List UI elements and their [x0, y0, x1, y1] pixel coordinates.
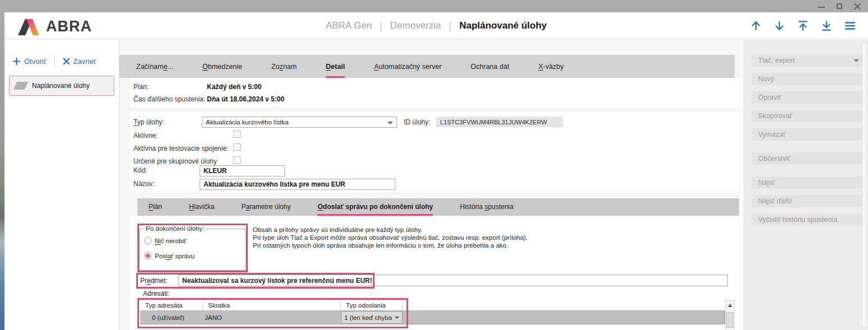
- arrow-to-bottom-icon[interactable]: [820, 19, 833, 32]
- column-header-skratka: Skratka: [203, 300, 341, 311]
- active-checkbox[interactable]: [233, 131, 241, 138]
- radio-do-nothing[interactable]: Nič nerobiť: [144, 237, 241, 244]
- table-scrollbar[interactable]: [725, 300, 735, 330]
- page-title: Naplánované úlohy: [459, 20, 547, 31]
- task-type-label: Typ úlohy:: [133, 118, 164, 126]
- arrow-to-top-icon[interactable]: [796, 19, 810, 32]
- copy-button[interactable]: Skopírovať: [752, 110, 864, 122]
- column-header-typ-adresata: Typ adresáta: [140, 300, 203, 311]
- close-tab-button[interactable]: Zavrieť: [61, 55, 99, 68]
- minimize-icon[interactable]: [818, 2, 825, 10]
- menu-icon[interactable]: [843, 19, 857, 32]
- radio-send-message[interactable]: Poslať správu: [144, 252, 241, 259]
- clear-history-button[interactable]: Vyčistiť históriu spustenia: [752, 213, 864, 226]
- cell-code: JANO: [203, 311, 341, 324]
- action-panel: Tlač, export Nový Opraviť Skopírovať Vym…: [744, 40, 868, 330]
- info-line: Pri ostatných typoch úloh správa obsahuj…: [253, 241, 623, 249]
- task-type-select[interactable]: Aktualizácia kurzového lístka: [202, 117, 397, 128]
- tab-zaciname[interactable]: Začíname...: [136, 55, 173, 78]
- panel-gutter: [739, 40, 744, 330]
- open-button-label: Otvoriť: [24, 57, 47, 66]
- code-input[interactable]: KLEUR: [200, 165, 285, 176]
- arrow-down-icon[interactable]: [773, 19, 786, 32]
- tab-automatizacny-server[interactable]: Automatizačný server: [374, 55, 441, 78]
- table-row[interactable]: 0 (užívateľ) JANO 1 (len keď chyba: [140, 311, 734, 324]
- subject-input[interactable]: Neaktualizoval sa kurzový lístok pre ref…: [178, 275, 728, 286]
- os-titlebar: [0, 0, 868, 12]
- new-button[interactable]: Nový: [752, 73, 864, 85]
- app-header: ABRA ABRA Gen | Demoverzia | Naplánované…: [4, 12, 868, 39]
- after-task-fieldset: Po dokončení úlohy: Nič nerobiť Poslať s…: [139, 225, 246, 271]
- sidebar: Otvoriť Zavrieť Naplánované úlohy: [4, 40, 119, 330]
- open-button[interactable]: Otvoriť: [10, 55, 49, 68]
- scrollbar-thumb[interactable]: [726, 312, 733, 328]
- agenda-icon: [13, 82, 28, 90]
- name-label: Názov:: [133, 180, 154, 188]
- subtab-historia-spustenia[interactable]: História spustenia: [460, 198, 513, 216]
- breadcrumb-app: ABRA Gen: [326, 20, 372, 31]
- print-export-button[interactable]: Tlač, export: [752, 54, 864, 67]
- cell-send-type-value: 1 (len keď chyba: [344, 314, 392, 321]
- close-icon[interactable]: [853, 2, 861, 10]
- radio-send-message-label: Poslať správu: [155, 253, 195, 259]
- breadcrumb-license: Demoverzia: [390, 20, 441, 31]
- sidebar-item-label: Naplánované úlohy: [32, 82, 90, 90]
- radio-icon: [144, 237, 151, 244]
- toolbar-divider: [54, 56, 55, 67]
- plan-summary-panel: Plán: Každý deň v 5:00 Čas ďalšieho spus…: [130, 78, 739, 108]
- table-header-row: Typ adresáta Skratka Typ odoslania: [140, 300, 734, 311]
- after-task-legend: Po dokončení úlohy:: [144, 225, 206, 232]
- delete-button[interactable]: Vymazať: [752, 128, 864, 141]
- scroll-up-icon[interactable]: [726, 300, 734, 310]
- find-next-button[interactable]: Nájsť ďalší: [752, 195, 864, 207]
- column-header-filler: [403, 300, 734, 311]
- tab-x-vazby[interactable]: X-väzby: [538, 55, 564, 78]
- refresh-button[interactable]: Občerstviť: [752, 152, 864, 165]
- message-info-text: Obsah a prílohy správy sú individuálne p…: [253, 226, 623, 249]
- chevron-down-icon: [853, 59, 859, 62]
- subject-label: Predmet:: [140, 277, 168, 285]
- desktop-wallpaper-sliver: [0, 12, 4, 330]
- next-run-label: Čas ďalšieho spustenia:: [133, 95, 205, 103]
- task-id-value: L1STC3FVWUM4RBL31JUW4K2ERW: [436, 117, 563, 127]
- task-form-panel: Typ úlohy: Aktualizácia kurzového lístka…: [130, 111, 739, 192]
- tab-obmedzenie[interactable]: Obmedzenie: [202, 55, 242, 78]
- edit-button[interactable]: Opraviť: [752, 91, 864, 104]
- cell-addressee-type: 0 (užívateľ): [140, 311, 203, 324]
- subtab-parametre-ulohy[interactable]: Parametre úlohy: [241, 198, 290, 216]
- main-content: Začíname... Obmedzenie Zoznam Detail Aut…: [119, 40, 739, 330]
- column-header-typ-odoslania: Typ odoslania: [341, 300, 403, 311]
- next-run-value: Dňa út 18.06.2024 v 5:00: [207, 95, 284, 103]
- subtab-hlavicka[interactable]: Hlavička: [189, 198, 214, 216]
- tab-zoznam[interactable]: Zoznam: [271, 55, 297, 78]
- breadcrumb-separator: |: [449, 20, 452, 32]
- close-tab-button-label: Zavrieť: [73, 57, 96, 66]
- arrow-up-icon[interactable]: [749, 19, 763, 32]
- sidebar-item-naplanovane-ulohy[interactable]: Naplánované úlohy: [9, 76, 114, 96]
- action-panel-scrollbar[interactable]: [862, 42, 867, 328]
- code-label: Kód:: [133, 166, 147, 174]
- task-id-label: ID úlohy:: [404, 118, 430, 126]
- subtab-odoslat-spravu[interactable]: Odoslať správu po dokončení úlohy: [317, 198, 433, 216]
- abra-gen-window: ABRA ABRA Gen | Demoverzia | Naplánované…: [0, 0, 868, 330]
- cell-send-type-select[interactable]: 1 (len keď chyba: [341, 311, 403, 324]
- info-line: Obsah a prílohy správy sú individuálne p…: [253, 226, 623, 234]
- name-input[interactable]: Aktualizácia kurzového lístka pre menu E…: [200, 179, 395, 190]
- maximize-icon[interactable]: [835, 2, 843, 10]
- active-test-checkbox[interactable]: [233, 143, 241, 151]
- addressees-table: Typ adresáta Skratka Typ odoslania 0 (už…: [140, 300, 734, 324]
- breadcrumb: ABRA Gen | Demoverzia | Naplánované úloh…: [4, 12, 868, 39]
- plan-value: Každý deň v 5:00: [207, 83, 261, 91]
- plus-icon: [12, 57, 21, 66]
- tab-detail[interactable]: Detail: [326, 55, 345, 78]
- subtab-plan[interactable]: Plán: [149, 198, 162, 216]
- breadcrumb-separator: |: [380, 20, 382, 32]
- detail-subtabstrip: Plán Hlavička Parametre úlohy Odoslať sp…: [137, 198, 739, 216]
- task-type-value: Aktualizácia kurzového lístka: [206, 119, 289, 126]
- chevron-down-icon: [395, 317, 399, 319]
- main-tabstrip: Začíname... Obmedzenie Zoznam Detail Aut…: [119, 55, 735, 78]
- tab-ochrana-dat[interactable]: Ochrana dát: [470, 55, 509, 78]
- active-test-label: Aktívna pre testovacie spojenie:: [133, 145, 228, 152]
- find-button[interactable]: Nájsť: [752, 176, 864, 189]
- group-task-checkbox[interactable]: [233, 156, 241, 164]
